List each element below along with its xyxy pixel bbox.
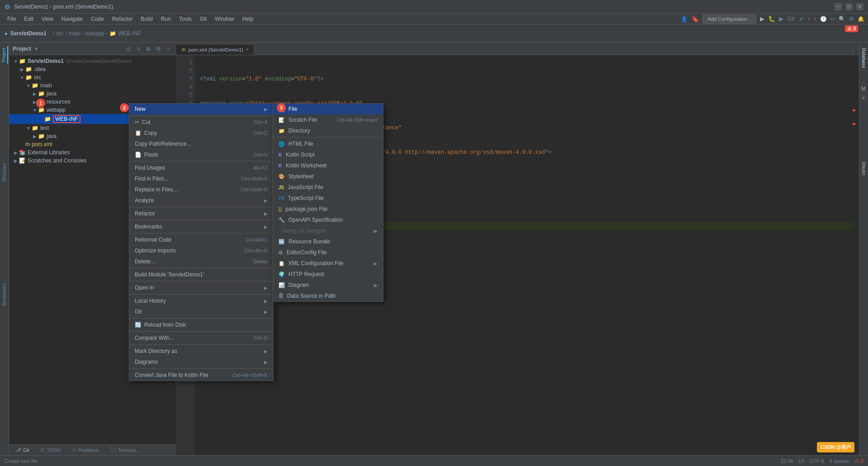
- submenu-item-scratchfile[interactable]: 📝 Scratch File Ctrl+Alt+Shift+Insert: [273, 114, 383, 125]
- ctx-item-diagrams[interactable]: Diagrams ▶: [129, 357, 273, 367]
- tree-item-root[interactable]: ▼ 📁 ServletDemo1 D:\code\Java\bite\Servl…: [9, 57, 176, 65]
- git-config-icon[interactable]: Git:: [787, 16, 796, 22]
- ctx-item-findusages[interactable]: Find Usages Alt+F7: [129, 162, 273, 173]
- panel-bottom-todo[interactable]: ☑ TODO: [38, 446, 64, 454]
- minimize-button[interactable]: −: [835, 3, 842, 10]
- ctx-item-findinfiles[interactable]: Find in Files... Ctrl+Shift+F: [129, 173, 273, 184]
- bookmark-icon[interactable]: 🔖: [691, 15, 699, 23]
- tab-close-pomxml[interactable]: ×: [246, 47, 249, 52]
- close-maven-btn[interactable]: ×: [860, 94, 867, 101]
- submenu-item-xmlconfig[interactable]: 📋 XML Configuration File ▶: [273, 258, 383, 269]
- ctx-item-bookmarks[interactable]: Bookmarks ▶: [129, 221, 273, 232]
- panel-action-hide[interactable]: −: [164, 45, 172, 53]
- menu-item-build[interactable]: Build: [137, 15, 156, 23]
- ctx-item-analyze[interactable]: Analyze ▶: [129, 195, 273, 206]
- notifications-icon[interactable]: 🔔: [858, 16, 864, 22]
- menu-item-help[interactable]: Help: [239, 15, 257, 23]
- panel-action-locate[interactable]: ◎: [124, 45, 132, 53]
- ctx-item-new[interactable]: New ▶: [129, 104, 273, 114]
- breadcrumb-main[interactable]: main: [68, 30, 80, 37]
- ctx-item-optimizeimports[interactable]: Optimize Imports Ctrl+Alt+O: [129, 245, 273, 256]
- git-push-icon[interactable]: ↑: [807, 16, 810, 22]
- close-button[interactable]: ×: [856, 3, 863, 10]
- menu-item-code[interactable]: Code: [87, 15, 108, 23]
- tree-item-idea[interactable]: ▶ 📁 .idea: [9, 65, 176, 73]
- editor-tab-pomxml[interactable]: m pom.xml (ServletDemo1) ×: [176, 44, 255, 55]
- ctx-item-convertjava[interactable]: Convert Java File to Kotlin File Ctrl+Al…: [129, 370, 273, 380]
- sidebar-structure-icon[interactable]: Structure: [1, 162, 8, 184]
- run-with-coverage[interactable]: ▶: [779, 15, 783, 22]
- tree-item-main[interactable]: ▼ 📁 main: [9, 81, 176, 90]
- submenu-item-kotlin-script[interactable]: K Kotlin Script: [273, 149, 383, 160]
- menu-item-git[interactable]: Git: [196, 15, 210, 23]
- ctx-item-copypath[interactable]: Copy Path/Reference...: [129, 138, 273, 149]
- submenu-item-jsfile[interactable]: JS JavaScript File: [273, 182, 383, 193]
- breadcrumb-webapp[interactable]: webapp: [85, 30, 104, 37]
- ctx-item-comparewith[interactable]: Compare With... Ctrl+D: [129, 333, 273, 343]
- panel-action-settings[interactable]: ⚙: [154, 45, 162, 53]
- add-config-button[interactable]: Add Configuration...: [703, 14, 756, 24]
- ctx-item-markdirectoryas[interactable]: Mark Directory as ▶: [129, 346, 273, 357]
- sidebar-bookmarks-icon[interactable]: Bookmarks: [1, 281, 8, 308]
- submenu-item-editorconfig[interactable]: ⚙ EditorConfig File: [273, 247, 383, 258]
- sidebar-database-label[interactable]: Database: [860, 46, 867, 70]
- ctx-item-paste[interactable]: 📄 Paste Ctrl+V: [129, 149, 273, 160]
- sidebar-maven-label[interactable]: Maven: [860, 160, 867, 177]
- ctx-item-copy[interactable]: 📋 Copy Ctrl+C: [129, 128, 273, 138]
- ctx-item-replaceinfiles[interactable]: Replace in Files... Ctrl+Shift+R: [129, 184, 273, 195]
- maximize-button[interactable]: □: [845, 3, 853, 10]
- git-history-icon[interactable]: 🕐: [820, 16, 827, 22]
- ctx-item-reload[interactable]: 🔄 Reload from Disk: [129, 319, 273, 330]
- submenu-item-directory[interactable]: 📁 Directory: [273, 125, 383, 136]
- breadcrumb-src[interactable]: src: [56, 30, 63, 37]
- submenu-item-tsfile[interactable]: TS TypeScript File: [273, 193, 383, 204]
- submenu-item-packagejson[interactable]: {} package.json File: [273, 204, 383, 214]
- panel-bottom-terminal[interactable]: ⬛ Termina...: [107, 446, 142, 454]
- submenu-item-openapi[interactable]: 🔧 OpenAPI Specification: [273, 214, 383, 225]
- status-line-col[interactable]: 22:36: [781, 458, 793, 464]
- ctx-item-openin[interactable]: Open In ▶: [129, 282, 273, 293]
- ctx-item-buildmodule[interactable]: Build Module 'ServletDemo1': [129, 269, 273, 280]
- menu-item-refactor[interactable]: Refactor: [108, 15, 136, 23]
- git-arrow-icon[interactable]: ↑: [814, 16, 816, 22]
- submenu-item-diagram[interactable]: 📊 Diagram ▶: [273, 280, 383, 290]
- submenu-item-kotlin-worksheet[interactable]: K Kotlin Worksheet: [273, 160, 383, 171]
- status-lf[interactable]: LF: [798, 458, 804, 464]
- panel-dropdown-icon[interactable]: ▼: [34, 46, 39, 52]
- ctx-item-cut[interactable]: ✂ Cut Ctrl+X: [129, 117, 273, 128]
- menu-item-run[interactable]: Run: [157, 15, 175, 23]
- panel-bottom-problems[interactable]: ⚠ Problems: [69, 446, 102, 454]
- ctx-item-delete[interactable]: Delete... Delete: [129, 256, 273, 267]
- menu-item-edit[interactable]: Edit: [20, 15, 37, 23]
- run-button[interactable]: ▶: [760, 15, 764, 22]
- debug-button[interactable]: 🐛: [768, 15, 775, 22]
- menu-item-view[interactable]: View: [38, 15, 57, 23]
- panel-bottom-git[interactable]: ⎇ Git: [13, 446, 32, 454]
- git-revert-icon[interactable]: ↩: [830, 16, 835, 22]
- status-errors[interactable]: ⚠ 3: [854, 458, 863, 464]
- panel-action-collapse[interactable]: ≡: [134, 45, 142, 53]
- settings-icon[interactable]: ⚙: [849, 16, 854, 22]
- submenu-item-datasource[interactable]: 🗄 Data Source in Path: [273, 290, 383, 301]
- tree-item-java-main[interactable]: ▶ 📁 java: [9, 90, 176, 98]
- ctx-item-localhistory[interactable]: Local History ▶: [129, 295, 273, 306]
- search-global-icon[interactable]: 🔍: [839, 16, 845, 22]
- sidebar-project-icon[interactable]: Project: [0, 46, 8, 64]
- maven-icon-btn[interactable]: M: [860, 85, 867, 92]
- profile-icon[interactable]: 👤: [681, 16, 688, 22]
- status-spaces[interactable]: 4 spaces: [829, 458, 849, 464]
- ctx-item-reformat[interactable]: Reformat Code Ctrl+Alt+L: [129, 234, 273, 245]
- tab-more-icon[interactable]: ⋮: [850, 48, 859, 55]
- menu-item-file[interactable]: File: [4, 15, 19, 23]
- breadcrumb-webinf[interactable]: WEB-INF: [118, 30, 141, 37]
- submenu-item-stylesheet[interactable]: 🎨 Stylesheet: [273, 171, 383, 182]
- submenu-item-file[interactable]: 📄 File: [273, 104, 383, 114]
- menu-item-window[interactable]: Window: [211, 15, 238, 23]
- status-utf8[interactable]: UTF-8: [810, 458, 824, 464]
- submenu-item-httprequest[interactable]: 🌍 HTTP Request: [273, 269, 383, 280]
- ctx-item-git[interactable]: Git ▶: [129, 306, 273, 317]
- menu-item-tools[interactable]: Tools: [175, 15, 195, 23]
- submenu-item-resourcebundle[interactable]: 🔤 Resource Bundle: [273, 236, 383, 247]
- panel-action-options[interactable]: ≣: [144, 45, 152, 53]
- ctx-item-refactor[interactable]: Refactor ▶: [129, 208, 273, 219]
